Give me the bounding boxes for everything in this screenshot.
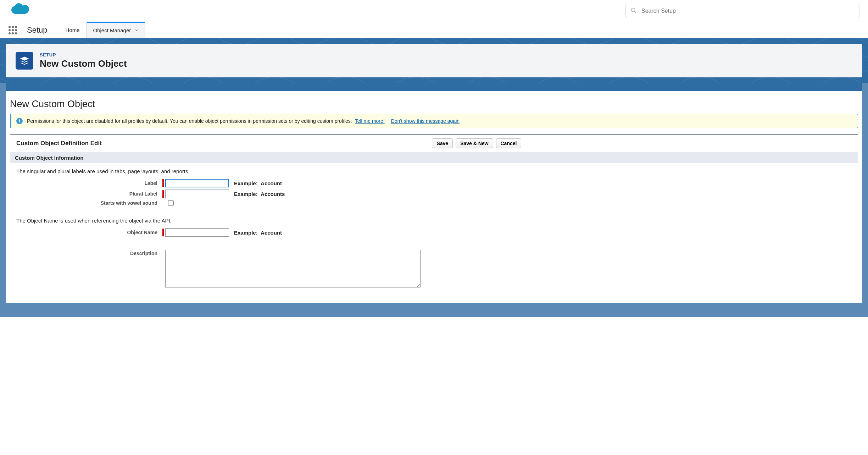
app-launcher-icon[interactable] [9, 26, 17, 34]
info-banner: i Permissions for this object are disabl… [10, 114, 858, 128]
section-bar: Custom Object Definition Edit Save Save … [10, 135, 858, 152]
panel-title: New Custom Object [6, 99, 862, 114]
breadcrumb: SETUP [40, 52, 127, 57]
object-name-label: Object Name [10, 230, 162, 235]
row-vowel: Starts with vowel sound [10, 199, 858, 207]
labels-help-text: The singular and plural labels are used … [10, 163, 858, 178]
save-button[interactable]: Save [432, 138, 453, 148]
label-example: Example: Account [234, 180, 282, 186]
required-indicator [162, 179, 164, 187]
save-and-new-button[interactable]: Save & New [456, 138, 493, 148]
search-icon [630, 7, 637, 15]
white-panel: New Custom Object i Permissions for this… [6, 91, 862, 303]
dont-show-again-link[interactable]: Don't show this message again [391, 118, 460, 124]
tab-object-manager[interactable]: Object Manager [87, 22, 146, 38]
row-plural-label: Plural Label Example: Accounts [10, 188, 858, 199]
object-name-example: Example: Account [234, 230, 282, 236]
content-wrap: New Custom Object i Permissions for this… [0, 83, 868, 317]
api-help-text: The Object Name is used when referencing… [14, 207, 854, 227]
svg-line-1 [634, 11, 636, 13]
plural-label-input[interactable] [165, 190, 229, 198]
row-object-name: Object Name Example: Account [10, 227, 858, 238]
required-indicator [162, 229, 164, 236]
vowel-label: Starts with vowel sound [10, 200, 162, 206]
tab-object-manager-label: Object Manager [93, 27, 131, 33]
description-textarea[interactable] [165, 250, 421, 287]
custom-object-icon [16, 52, 33, 70]
required-indicator [162, 190, 164, 198]
row-label: Label Example: Account [10, 178, 858, 188]
subsection-title: Custom Object Information [10, 152, 858, 163]
info-banner-text: Permissions for this object are disabled… [27, 118, 352, 124]
page-header-card: SETUP New Custom Object [6, 44, 862, 77]
label-label: Label [10, 180, 162, 186]
action-buttons: Save Save & New Cancel [432, 138, 521, 148]
cancel-button[interactable]: Cancel [496, 138, 522, 148]
plural-label-label: Plural Label [10, 191, 162, 197]
nav-row: Setup Home Object Manager [0, 22, 868, 38]
tell-me-more-link[interactable]: Tell me more! [355, 118, 385, 124]
app-name: Setup [27, 26, 48, 35]
info-icon: i [16, 118, 23, 124]
svg-point-0 [631, 8, 635, 12]
chevron-down-icon [134, 27, 139, 33]
salesforce-cloud-logo-icon [9, 3, 31, 19]
page-header-band: SETUP New Custom Object [0, 38, 868, 83]
object-name-input[interactable] [165, 228, 229, 237]
row-description: Description [10, 248, 858, 289]
global-header [0, 0, 868, 22]
vowel-checkbox[interactable] [168, 200, 174, 206]
description-label: Description [10, 250, 162, 256]
form-area: Label Example: Account Plural Label Exam… [10, 178, 858, 289]
page-title: New Custom Object [40, 58, 127, 69]
tab-home[interactable]: Home [59, 22, 87, 38]
edit-section-title: Custom Object Definition Edit [16, 140, 102, 147]
plural-example: Example: Accounts [234, 191, 285, 197]
label-input[interactable] [165, 179, 229, 187]
search-wrap [625, 4, 859, 18]
search-input[interactable] [625, 4, 859, 18]
